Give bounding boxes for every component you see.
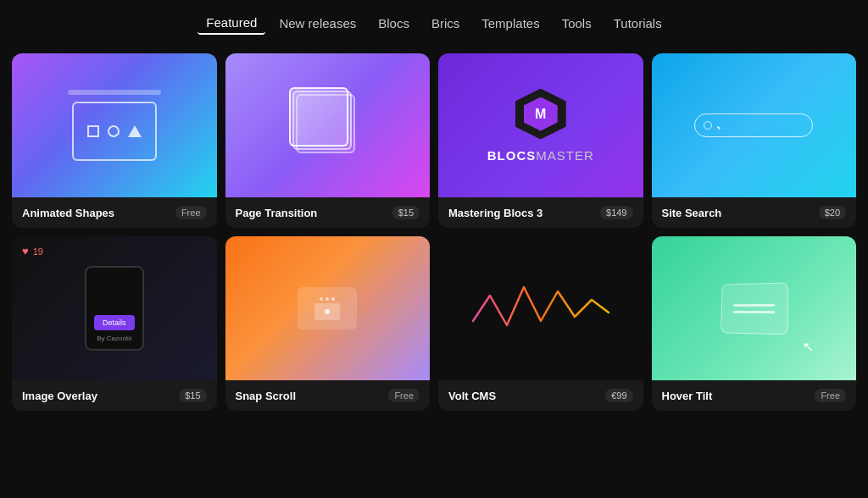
snap-center-dot [325, 309, 330, 314]
tilt-card-illustration [721, 282, 788, 335]
card-animated-shapes[interactable]: Animated Shapes Free [12, 53, 217, 228]
blocs-m-letter: M [535, 107, 546, 122]
tilt-line-2 [733, 310, 775, 313]
blocs-regular-text: MASTER [536, 148, 594, 163]
snap-dots-group [314, 297, 340, 320]
card-site-search[interactable]: Site Search $20 [652, 53, 857, 228]
search-circle-icon [704, 121, 712, 130]
card-footer-snap-scroll: Snap Scroll Free [225, 380, 431, 411]
card-hover-tilt[interactable]: ↖ Hover Tilt Free [652, 236, 857, 411]
nav-item-templates[interactable]: Templates [473, 13, 548, 34]
likes-count: 19 [33, 246, 43, 257]
nav-item-tutorials[interactable]: Tutorials [605, 13, 670, 34]
card-thumb-page-transition [225, 53, 431, 197]
card-thumb-snap-scroll [225, 236, 431, 380]
card-page-transition[interactable]: Page Transition $15 [225, 53, 431, 228]
snap-inner-box [314, 303, 340, 320]
card-footer-mastering-blocs: Mastering Blocs 3 $149 [438, 197, 643, 228]
card-footer-animated-shapes: Animated Shapes Free [12, 197, 217, 228]
author-label: By Cazoobi [97, 335, 131, 342]
card-price-site-search: $20 [819, 206, 846, 219]
nav-item-featured[interactable]: Featured [198, 12, 265, 35]
blocs-bold-text: BLOCS [487, 148, 537, 163]
card-thumb-animated-shapes [12, 53, 217, 197]
card-footer-hover-tilt: Hover Tilt Free [652, 380, 857, 411]
card-thumb-volt-cms [438, 236, 643, 380]
nav-item-tools[interactable]: Tools [554, 13, 600, 34]
card-footer-site-search: Site Search $20 [652, 197, 857, 228]
card-image-overlay[interactable]: ♥ 19 Details By Cazoobi Image Overlay $1… [12, 236, 217, 411]
blocs-master-text: BLOCS MASTER [487, 148, 594, 163]
tilt-line-1 [733, 303, 775, 306]
card-mastering-blocs[interactable]: M BLOCS MASTER Mastering Blocs 3 $149 [438, 53, 643, 228]
card-grid: Animated Shapes Free Page Transition $15… [0, 45, 868, 419]
heart-icon: ♥ [22, 245, 29, 257]
card-footer-page-transition: Page Transition $15 [225, 197, 431, 228]
phone-illustration: Details By Cazoobi [85, 266, 144, 351]
card-price-hover-tilt: Free [815, 389, 846, 402]
card-title-mastering-blocs: Mastering Blocs 3 [448, 207, 542, 219]
wave-illustration [465, 274, 617, 342]
search-handle-icon [717, 126, 721, 130]
shape-circle-icon [108, 125, 120, 137]
card-footer-image-overlay: Image Overlay $15 [12, 380, 217, 411]
card-price-animated-shapes: Free [175, 206, 207, 219]
snap-dot [320, 297, 323, 301]
card-title-site-search: Site Search [662, 207, 722, 219]
card-title-snap-scroll: Snap Scroll [236, 390, 297, 402]
nav-item-brics[interactable]: Brics [423, 13, 468, 34]
main-nav: Featured New releases Blocs Brics Templa… [0, 0, 868, 45]
snap-illustration [298, 287, 357, 329]
details-button-preview: Details [94, 315, 135, 330]
page-stack-front [289, 87, 348, 147]
card-thumb-mastering-blocs: M BLOCS MASTER [438, 53, 643, 197]
card-price-image-overlay: $15 [179, 389, 206, 402]
card-title-hover-tilt: Hover Tilt [662, 390, 713, 402]
card-thumb-image-overlay: ♥ 19 Details By Cazoobi [12, 236, 217, 380]
shape-square-icon [87, 125, 99, 137]
blocs-hex-icon: M [515, 89, 566, 140]
card-volt-cms[interactable]: Volt CMS €99 [438, 236, 643, 411]
card-thumb-site-search [652, 53, 857, 197]
snap-dot [331, 297, 335, 301]
nav-item-blocs[interactable]: Blocs [370, 13, 418, 34]
card-footer-volt-cms: Volt CMS €99 [438, 380, 643, 411]
snap-dot-row-1 [320, 297, 335, 301]
card-price-page-transition: $15 [392, 206, 420, 219]
card-title-page-transition: Page Transition [236, 207, 318, 219]
card-price-mastering-blocs: $149 [600, 206, 632, 219]
card-title-animated-shapes: Animated Shapes [22, 207, 114, 219]
likes-badge: ♥ 19 [22, 245, 43, 257]
search-bar-illustration [694, 113, 813, 137]
card-title-volt-cms: Volt CMS [448, 390, 496, 402]
shapes-illustration [72, 102, 157, 161]
nav-item-new-releases[interactable]: New releases [270, 13, 364, 34]
card-snap-scroll[interactable]: Snap Scroll Free [225, 236, 431, 411]
card-thumb-hover-tilt: ↖ [652, 236, 857, 380]
page-stack-illustration [289, 87, 365, 163]
card-title-image-overlay: Image Overlay [22, 390, 97, 402]
shape-triangle-icon [128, 125, 142, 137]
card-price-volt-cms: €99 [605, 389, 632, 402]
card-price-snap-scroll: Free [388, 389, 420, 402]
blocs-hex-inner: M [524, 97, 558, 131]
snap-dot [326, 297, 329, 301]
blocs-logo-illustration: M BLOCS MASTER [487, 89, 594, 163]
cursor-icon: ↖ [803, 339, 814, 355]
